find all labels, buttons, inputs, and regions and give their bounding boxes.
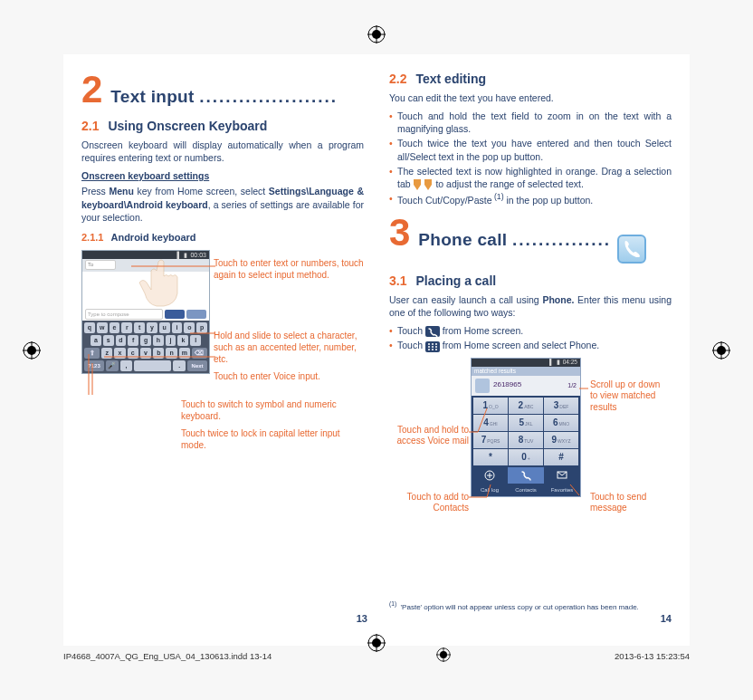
kb-row-4: ?123 🎤 , . Next [84, 360, 207, 371]
dial-key-9: 9WXYZ [544, 432, 578, 448]
add-contact-button-icon [472, 467, 508, 484]
kb-key: z [101, 348, 112, 359]
callout-send-message: Touch to send message [590, 492, 670, 514]
kb-key: a [91, 335, 101, 346]
chapter-title: Text input ..................... [110, 85, 338, 109]
kb-key: o [184, 322, 195, 333]
space-key [134, 360, 171, 371]
callout-scroll-results: Scroll up or down to view matched result… [590, 379, 670, 414]
kb-key: j [166, 335, 176, 346]
dial-key-7: 7PQRS [473, 432, 508, 448]
svg-point-24 [435, 349, 437, 350]
chapter-header: 2 Text input ..................... [81, 71, 364, 109]
svg-rect-12 [414, 179, 421, 185]
callout-add-contacts: Touch to add to Contacts [389, 492, 469, 514]
dialer-tabs: Call log Contacts Favorites [472, 484, 580, 496]
kb-row-1: q w e r t y u i o p [84, 322, 207, 333]
kb-key: e [110, 322, 120, 333]
svg-point-17 [432, 343, 434, 345]
mic-key-icon: 🎤 [106, 360, 119, 371]
svg-point-20 [432, 346, 434, 348]
callout-input-method: Touch to enter text or numbers, touch ag… [214, 257, 364, 281]
dialer-title-bar: matched results [472, 367, 580, 376]
kb-key: y [147, 322, 157, 333]
send-button-illustration [186, 310, 206, 319]
registration-mark-icon [436, 647, 451, 664]
dial-key-6: 6MNO [544, 415, 578, 431]
chapter-title: Phone call ............... [418, 228, 611, 252]
section-2-2-heading: 2.2Text editing [389, 71, 672, 88]
svg-point-21 [435, 346, 437, 348]
kb-key: q [84, 322, 95, 333]
print-file-info: IP4668_4007A_QG_Eng_USA_04_130613.indd 1… [63, 651, 272, 661]
kb-key: n [166, 348, 176, 359]
registration-mark-icon [23, 341, 41, 360]
dialer-illustration: ▌ ▮ 04:25 matched results 2618965 1/2 1O… [471, 358, 581, 497]
kb-key: f [128, 335, 138, 346]
kb-key: m [179, 348, 190, 359]
section-3-1-heading: 3.1Placing a call [389, 273, 672, 290]
section-3-1-intro: User can easily launch a call using Phon… [389, 293, 672, 319]
signal-icon: ▌ [549, 359, 554, 367]
kb-key: p [196, 322, 207, 333]
keyboard-keys: q w e r t y u i o p [82, 321, 209, 373]
kb-row-2: a s d f g h j k l [84, 335, 207, 346]
text-editing-bullets: Touch and hold the text field to zoom in… [389, 110, 672, 206]
dial-key-2: 2ABC [509, 398, 543, 414]
svg-rect-14 [425, 326, 440, 337]
dialer-figure: ▌ ▮ 04:25 matched results 2618965 1/2 1O… [389, 358, 672, 539]
send-button-illustration [165, 310, 185, 319]
section-2-2-intro: You can edit the text you have entered. [389, 91, 672, 104]
kb-key: t [134, 322, 145, 333]
kb-key: i [172, 322, 183, 333]
page-14: 2.2Text editing You can edit the text yo… [376, 71, 677, 626]
status-time: 00:03 [190, 251, 206, 259]
shift-key-icon: ⇧ [84, 348, 100, 359]
avatar-icon [475, 379, 490, 393]
bullet-touch-phone: Touch from Home screen. [389, 324, 672, 337]
dialer-action-row [472, 467, 580, 484]
matched-result-row: 2618965 1/2 [472, 376, 580, 396]
kb-key: c [128, 348, 138, 359]
status-bar: ▌ ▮ 00:03 [82, 251, 209, 259]
selection-handle-icon [414, 179, 434, 190]
kb-key: r [121, 322, 132, 333]
section-2-1-intro: Onscreen keyboard will display automatic… [81, 139, 364, 164]
keyboard-illustration: ▌ ▮ 00:03 To Type to compose [81, 250, 210, 374]
tab-calllog: Call log [472, 484, 508, 496]
phone-app-icon [617, 235, 646, 264]
registration-mark-icon [712, 341, 730, 360]
kb-key: d [116, 335, 127, 346]
to-field: To [85, 260, 116, 270]
bullet-zoom: Touch and hold the text field to zoom in… [389, 110, 672, 135]
page: 2 Text input ..................... 2.1Us… [0, 0, 753, 700]
battery-icon: ▮ [557, 359, 560, 367]
next-key: Next [187, 360, 207, 371]
dial-key-4: 4GHI [473, 415, 508, 431]
chapter-number: 3 [389, 214, 410, 252]
kb-key: v [140, 348, 151, 359]
kb-key: g [140, 335, 151, 346]
callout-voice: Touch to enter Voice input. [214, 370, 364, 382]
status-bar: ▌ ▮ 04:25 [472, 359, 580, 367]
kb-key: , [120, 360, 133, 371]
callout-symbol-kb: Touch to switch to symbol and numeric ke… [181, 398, 364, 422]
dial-key-8: 8TUV [509, 432, 543, 448]
kb-key: b [153, 348, 164, 359]
chapter-header: 3 Phone call ............... [389, 214, 672, 264]
result-count: 1/2 [567, 381, 577, 389]
page-number: 13 [357, 612, 367, 626]
kb-key: u [159, 322, 170, 333]
bullet-cutcopypaste: Touch Cut/Copy/Paste (1) in the pop up b… [389, 192, 672, 206]
message-button-icon [544, 467, 580, 484]
section-2-1-heading: 2.1Using Onscreen Keyboard [81, 118, 364, 135]
placing-call-bullets: Touch from Home screen. Touch from Home [389, 324, 672, 351]
kb-key: k [177, 335, 188, 346]
svg-rect-13 [424, 179, 432, 185]
apps-grid-icon [425, 341, 440, 352]
section-2-1-1-heading: 2.1.1Android keyboard [81, 231, 364, 245]
footnote: (1) 'Paste' option will not appear unles… [389, 599, 672, 612]
print-timestamp: 2013-6-13 15:23:54 [615, 651, 690, 661]
callout-caps-lock: Touch twice to lock in capital letter in… [181, 427, 364, 451]
tab-contacts: Contacts [508, 484, 544, 496]
